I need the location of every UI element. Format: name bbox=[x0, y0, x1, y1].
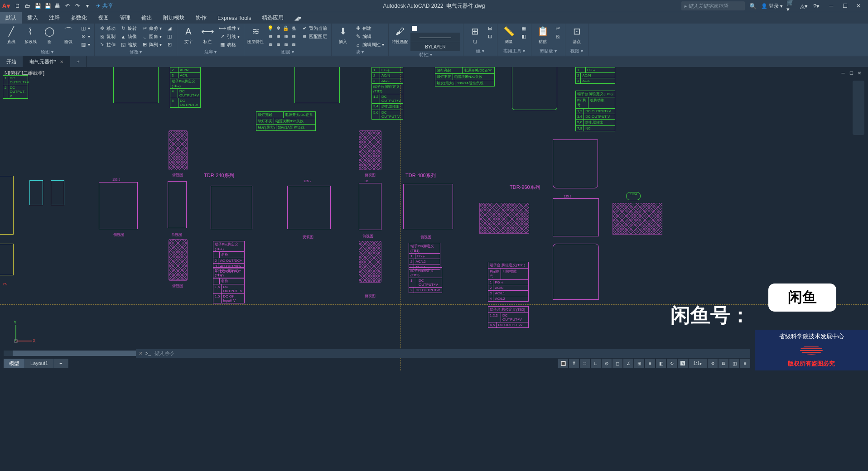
plot-icon[interactable]: 🖶 bbox=[53, 2, 62, 10]
trim-button[interactable]: ✂修剪 ▾ bbox=[140, 24, 163, 32]
status-grid[interactable]: # bbox=[569, 359, 579, 368]
command-input[interactable]: 键入命令 bbox=[154, 350, 174, 357]
insert-block-button[interactable]: ⬇插入 bbox=[334, 24, 352, 45]
mod-more-1[interactable]: ◢ bbox=[165, 24, 174, 32]
status-track[interactable]: ∠ bbox=[623, 359, 633, 368]
tab-parametric[interactable]: 参数化 bbox=[65, 12, 92, 24]
command-close-icon[interactable]: ✕ bbox=[139, 351, 143, 356]
set-current-button[interactable]: ✔置为当前 bbox=[300, 24, 328, 32]
tab-default[interactable]: 默认 bbox=[0, 12, 22, 24]
layer-properties-button[interactable]: ≋图层特性 bbox=[247, 24, 264, 45]
cart-icon[interactable]: 🛒▾ bbox=[786, 1, 796, 10]
status-clean[interactable]: ◫ bbox=[729, 359, 739, 368]
vp-maximize[interactable]: ☐ bbox=[848, 70, 854, 76]
status-scale[interactable]: 1:1▾ bbox=[689, 359, 707, 368]
edit-block-button[interactable]: ✎编辑 bbox=[353, 33, 386, 40]
match-props-button[interactable]: 🖌特性匹配 bbox=[391, 24, 409, 45]
group-more-1[interactable]: ⊟ bbox=[485, 24, 494, 32]
search-icon[interactable]: 🔍 bbox=[748, 1, 757, 10]
linear-button[interactable]: ⟷线性 ▾ bbox=[218, 24, 241, 32]
status-custom[interactable]: ≡ bbox=[740, 359, 750, 368]
share-button[interactable]: ✈ 共享 bbox=[96, 2, 113, 10]
util-more-1[interactable]: ▦ bbox=[519, 24, 528, 32]
paste-button[interactable]: 📋粘贴 bbox=[534, 24, 551, 45]
group-button[interactable]: ⊞组 bbox=[466, 24, 483, 45]
status-ortho[interactable]: ∟ bbox=[591, 359, 601, 368]
copy-clip-button[interactable]: ⎘ bbox=[553, 33, 562, 40]
minimize-button[interactable]: ─ bbox=[825, 0, 838, 12]
leader-button[interactable]: ↗引线 ▾ bbox=[218, 33, 241, 40]
line-button[interactable]: ╱直线 bbox=[3, 24, 20, 45]
fillet-button[interactable]: ◟圆角 ▾ bbox=[140, 33, 163, 40]
stretch-button[interactable]: ⇲拉伸 bbox=[97, 41, 117, 48]
layer-state-button[interactable]: 💡❄🔒🖶 bbox=[266, 24, 298, 32]
maximize-button[interactable]: ☐ bbox=[838, 0, 852, 12]
vp-minimize[interactable]: ─ bbox=[840, 70, 846, 76]
command-line[interactable]: ✕ >_ 键入命令 bbox=[136, 349, 750, 358]
table-button[interactable]: ▦表格 bbox=[218, 41, 241, 48]
layout-add[interactable]: + bbox=[54, 359, 68, 368]
status-lineweight[interactable]: ≡ bbox=[645, 359, 655, 368]
match-layer-button[interactable]: ≋匹配图层 bbox=[300, 33, 328, 40]
status-anno[interactable]: 🅰 bbox=[678, 359, 688, 368]
circle-button[interactable]: ◯圆 bbox=[41, 24, 58, 45]
linetype-dropdown[interactable]: ——————— bbox=[410, 33, 460, 42]
dimension-button[interactable]: ⟷标注 bbox=[199, 24, 216, 45]
mod-more-2[interactable]: ◫ bbox=[165, 33, 174, 40]
save-icon[interactable]: 💾 bbox=[34, 2, 42, 10]
draw-more-1[interactable]: ◫▾ bbox=[79, 24, 92, 32]
undo-icon[interactable]: ↶ bbox=[63, 2, 72, 10]
scale-button[interactable]: ◱缩放 bbox=[119, 41, 138, 48]
status-model[interactable]: 🔳 bbox=[558, 359, 568, 368]
arc-button[interactable]: ⌒圆弧 bbox=[60, 24, 77, 45]
status-polar[interactable]: ⊙ bbox=[602, 359, 612, 368]
search-input[interactable]: ▸ 键入关键字或短语 bbox=[681, 1, 745, 10]
tab-view[interactable]: 视图 bbox=[92, 12, 114, 24]
cut-button[interactable]: ✂ bbox=[553, 24, 562, 32]
scrollbar-thumb[interactable] bbox=[13, 351, 140, 356]
layout-model[interactable]: 模型 bbox=[4, 359, 25, 368]
move-button[interactable]: ✥移动 bbox=[97, 24, 117, 32]
status-snap[interactable]: ∷ bbox=[580, 359, 590, 368]
mod-more-3[interactable]: ⊡ bbox=[165, 41, 174, 48]
tab-collaborate[interactable]: 协作 bbox=[190, 12, 212, 24]
text-button[interactable]: A文字 bbox=[180, 24, 197, 45]
copy-button[interactable]: ⎘复制 bbox=[97, 33, 117, 40]
new-tab-button[interactable]: + bbox=[70, 56, 86, 67]
create-block-button[interactable]: ✚创建 bbox=[353, 24, 386, 32]
draw-more-3[interactable]: ▨▾ bbox=[79, 41, 92, 48]
array-button[interactable]: ⊞阵列 ▾ bbox=[140, 41, 163, 48]
login-button[interactable]: 👤 登录 ▾ bbox=[761, 3, 783, 10]
polyline-button[interactable]: ⌇多段线 bbox=[22, 24, 39, 45]
basepoint-button[interactable]: ⊡基点 bbox=[568, 24, 585, 45]
tab-express[interactable]: Express Tools bbox=[212, 12, 256, 24]
layer-match-2[interactable]: ≋≋≋≋ bbox=[266, 41, 298, 48]
status-monitor[interactable]: 🖥 bbox=[719, 359, 728, 368]
status-dynamic[interactable]: ⊞ bbox=[634, 359, 644, 368]
lineweight-dropdown[interactable]: BYLAYER bbox=[410, 42, 460, 51]
drawing-area[interactable]: [-][俯视][二维线框] ─ ☐ ✕ 2AC/N 3AC/L 端子Pin脚定义… bbox=[0, 67, 868, 370]
tab-insert[interactable]: 插入 bbox=[22, 12, 43, 24]
saveas-icon[interactable]: 💾 bbox=[43, 2, 52, 10]
dropdown-icon[interactable]: ▾ bbox=[83, 2, 92, 10]
file-tab-active[interactable]: 电气元器件* ✕ bbox=[23, 56, 70, 67]
mirror-button[interactable]: ▲镜像 bbox=[119, 33, 138, 40]
status-transparency[interactable]: ◧ bbox=[656, 359, 666, 368]
help-icon[interactable]: ?▾ bbox=[812, 1, 821, 10]
rotate-button[interactable]: ↻旋转 bbox=[119, 24, 138, 32]
util-more-2[interactable]: ◧ bbox=[519, 33, 528, 40]
new-icon[interactable]: 🗋 bbox=[14, 2, 22, 10]
tab-overflow[interactable]: ◢▾ bbox=[289, 12, 307, 24]
draw-more-2[interactable]: ⊙▾ bbox=[79, 33, 92, 40]
color-dropdown[interactable] bbox=[410, 24, 460, 32]
open-icon[interactable]: 🗁 bbox=[24, 2, 32, 10]
close-tab-icon[interactable]: ✕ bbox=[60, 59, 63, 64]
status-cycle[interactable]: ↻ bbox=[667, 359, 677, 368]
layer-match-1[interactable]: ≋≋≋≋ bbox=[266, 33, 298, 40]
tab-manage[interactable]: 管理 bbox=[114, 12, 136, 24]
navigation-bar[interactable] bbox=[853, 81, 864, 135]
measure-button[interactable]: 📏测量 bbox=[500, 24, 517, 45]
tab-featured[interactable]: 精选应用 bbox=[256, 12, 289, 24]
start-tab[interactable]: 开始 bbox=[0, 56, 23, 67]
group-more-2[interactable]: ⊡ bbox=[485, 33, 494, 40]
